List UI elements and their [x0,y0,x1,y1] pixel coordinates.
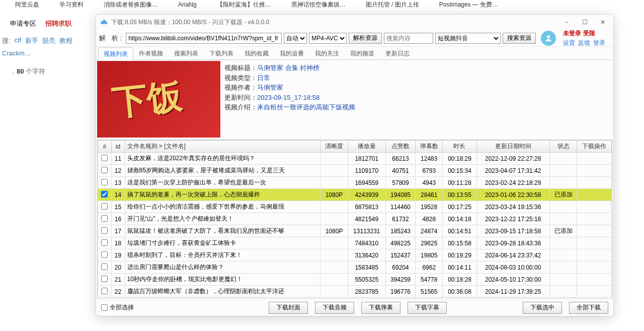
video-table[interactable]: #id文件名规则 > [文件名]清晰度播放量点赞数弹幕数时长更新日期时间状态下载… [97,140,612,298]
avatar[interactable] [541,31,556,46]
download-cover-button[interactable]: 下载封面 [269,302,308,314]
tab-my-bangumi[interactable]: 我的追番 [274,47,309,59]
tab-my-follow[interactable]: 我的关注 [309,47,345,59]
row-checkbox[interactable] [101,227,108,234]
table-header[interactable]: # [98,141,112,153]
meta-type-label: 视频类型： [224,74,257,82]
row-checkbox[interactable] [101,191,108,197]
table-row[interactable]: 22鏖战百万级蟑螂大军（非虚数），心理阴影面积比太平洋还282378519677… [98,286,612,298]
row-checkbox[interactable] [101,215,108,222]
bottom-bar: 全部选择 下载封面 下载音频 下载弹幕 下载字幕 下载选中 全部下载 [96,299,613,316]
download-selected-button[interactable]: 下载选中 [523,302,562,314]
search-button[interactable]: 搜索资源 [503,33,536,44]
table-header[interactable]: 弹幕数 [416,141,443,153]
titlebar[interactable]: 下载:8.05 MB/s 限速：100.00 MB/S - 闪豆下载器 - v4… [96,15,613,30]
row-checkbox[interactable] [101,155,108,161]
auto-select[interactable]: 自动 [284,33,307,44]
row-checkbox[interactable] [101,251,108,258]
format-select[interactable]: MP4-AVC [309,33,347,44]
user-status: 未登录 受限 设置 反馈 登录 [563,29,605,47]
char-count: ，80 个字符 [0,61,96,82]
row-checkbox[interactable] [101,179,108,185]
url-input[interactable] [126,33,282,44]
browser-tab[interactable]: Postimages — 免费… [439,1,498,9]
row-checkbox[interactable] [101,276,108,282]
table-row[interactable]: 20进出房门需要爬山是什么样的体验？158348569204696200:14:… [98,261,612,274]
row-checkbox[interactable] [101,239,108,246]
tab-download-list[interactable]: 下载列表 [204,47,239,59]
row-checkbox[interactable] [101,167,108,173]
download-all-button[interactable]: 全部下载 [569,302,608,314]
meta-update-value: 2023-09-15_17:18:58 [257,94,319,101]
search-label: 搜: [2,36,11,45]
search-tag[interactable]: 教程 [59,36,72,45]
table-row[interactable]: 15给你们一点小小的清洁震撼，感受下世界的参差，马俐最强687581311446… [98,201,612,213]
table-header[interactable]: 点赞数 [385,141,415,153]
parse-button[interactable]: 解析资源 [349,33,382,44]
tab-author-video[interactable]: 作者视频 [133,47,169,59]
login-status: 未登录 受限 [563,29,605,38]
maximize-button[interactable]: ☐ [578,17,591,27]
minimize-button[interactable]: − [560,17,573,27]
titlebar-text: 下载:8.05 MB/s 限速：100.00 MB/S - 闪豆下载器 - v4… [111,18,269,27]
row-checkbox[interactable] [101,263,108,270]
feedback-link[interactable]: 反馈 [578,39,590,47]
table-row[interactable]: 13这是我们第一次穿上防护服出单，希望也是最后一次169455957809494… [98,177,612,189]
tab-my-favorites[interactable]: 我的收藏 [239,47,274,59]
table-header[interactable]: 播放量 [348,141,385,153]
row-checkbox[interactable] [101,288,108,294]
table-row[interactable]: 19猎杀时刻到了，目标：全员歼灭并活下来！3136420152437198050… [98,249,612,261]
user-icon [544,34,553,43]
search-tag[interactable]: Crackm… [2,49,31,57]
tab-search-list[interactable]: 搜索列表 [169,47,204,59]
meta-title-value: 马俐管家 合集 封神榜 [257,64,319,72]
apply-area-label: 申请专区 [10,19,36,28]
video-thumbnail: 下饭 [97,61,220,138]
table-header[interactable]: id [111,141,125,153]
parse-label: 解 析: [99,34,124,43]
browser-tab[interactable]: 学习资料 [59,1,84,9]
table-row[interactable]: 18垃圾堵门寸步难行，喜获黄金矿工体验卡74843104982252962500… [98,237,612,249]
recruit-link[interactable]: 招聘求职 [45,19,71,28]
browser-tab[interactable]: 黑神话悟空像素级… [291,1,346,9]
download-subtitle-button[interactable]: 下载字幕 [408,302,447,314]
search-input[interactable] [384,33,433,44]
browser-tab[interactable]: 消除或者替换图像… [104,1,158,9]
download-audio-button[interactable]: 下载音频 [315,302,354,314]
search-tag[interactable]: 新手 [25,36,38,45]
table-header[interactable]: 更新日期时间 [476,141,549,153]
background-page: 申请专区 招聘求职 搜: ctf 新手 脱壳 教程 Crackm… ，80 个字… [0,15,96,82]
table-header[interactable]: 下载操作 [577,141,612,153]
table-header[interactable]: 时长 [443,141,476,153]
table-header[interactable]: 清晰度 [320,141,348,153]
table-row[interactable]: 16开门见“山”，光是想入个户都难如登天！482154961732482800:… [98,213,612,225]
browser-tab[interactable]: 【限时蓝海】仕推… [217,1,271,9]
subtabs: 视频列表 作者视频 搜索列表 下载列表 我的收藏 我的追番 我的关注 我的频道 … [96,47,613,60]
tab-changelog[interactable]: 更新日志 [380,47,415,59]
table-row[interactable]: 14搞了鼠鼠的老巢，再一次突破上限，心态彻底爆炸1080P42439391940… [98,189,612,201]
table-header[interactable]: 状态 [549,141,577,153]
video-info-panel: 下饭 视频标题：马俐管家 合集 封神榜 视频类型：日常 视频作者：马俐管家 更新… [96,60,613,139]
tab-my-channel[interactable]: 我的频道 [345,47,380,59]
select-all-checkbox[interactable]: 全部选择 [101,303,134,312]
login-link[interactable]: 登录 [593,39,605,47]
search-tag[interactable]: 脱壳 [42,36,55,45]
meta-update-label: 更新时间： [224,94,257,101]
table-row[interactable]: 12拯救85岁网购达人婆婆家，屋子被堆成菜鸟驿站，又是三天11091704075… [98,165,612,177]
browser-tab[interactable]: AriaNg [178,1,197,8]
settings-link[interactable]: 设置 [563,39,575,47]
download-danmu-button[interactable]: 下载弹幕 [361,302,400,314]
meta-type-value: 日常 [257,74,270,82]
tab-video-list[interactable]: 视频列表 [98,47,133,60]
search-type-select[interactable]: 短视频抖音 [435,33,501,44]
browser-tab[interactable]: 图片托管 / 图片上传 [366,1,419,9]
search-tag[interactable]: ctf [15,36,22,45]
table-row[interactable]: 11头皮发麻，这是2022年真实存在的居住环境吗？181270166213124… [98,153,612,165]
meta-author-value: 马俐管家 [257,84,283,91]
table-row[interactable]: 2110秒内夺走你的卧槽，现实比电影更魔幻！550532539425954778… [98,274,612,286]
table-header[interactable]: 文件名规则 > [文件名] [125,141,320,153]
close-button[interactable]: ✕ [596,17,609,27]
browser-tab[interactable]: 阿里云盘 [15,1,39,9]
table-row[interactable]: 17鼠鼠猛攻！被这老房破了大防了，看来我们见的世面还不够1080P1311323… [98,225,612,237]
row-checkbox[interactable] [101,203,108,210]
